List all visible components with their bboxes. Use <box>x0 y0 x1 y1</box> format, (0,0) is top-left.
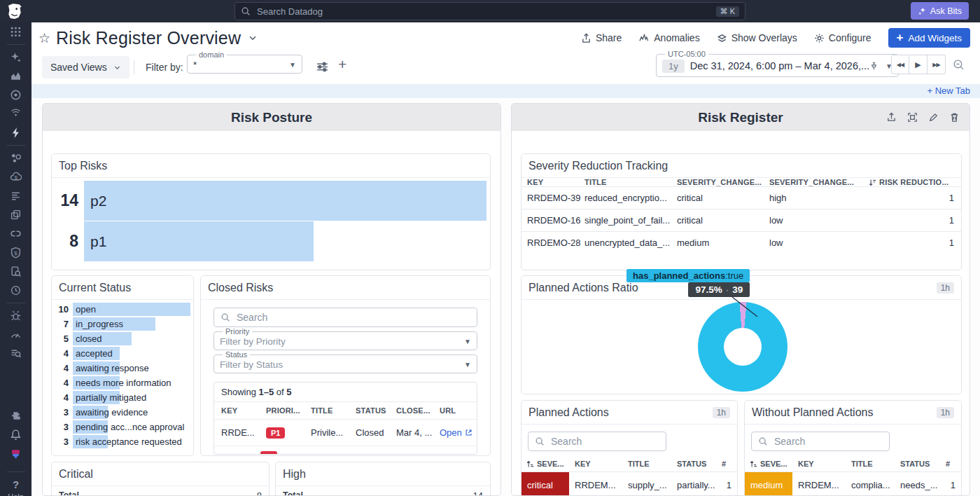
bar-row[interactable]: 4awaiting response <box>52 361 190 376</box>
add-widgets-button[interactable]: + Add Widgets <box>888 28 970 48</box>
show-overlays-button[interactable]: Show Overlays <box>717 32 797 43</box>
bar-row[interactable]: 4accepted <box>52 346 190 361</box>
bar-row[interactable]: 8 p1 <box>52 221 486 261</box>
share-button[interactable]: Share <box>581 32 622 43</box>
edit-pencil-icon[interactable] <box>928 112 939 123</box>
windows-nav-icon[interactable] <box>0 205 31 224</box>
quick-range-chip[interactable]: 1y <box>662 60 685 73</box>
time-forward-button[interactable]: ▶▶ <box>927 55 946 74</box>
widget-title: High <box>276 462 490 486</box>
bar-row[interactable]: 4needs more information <box>52 376 190 390</box>
zoom-out-icon[interactable] <box>953 59 965 71</box>
closed-risks-search-input[interactable] <box>235 311 470 324</box>
table-row-partial <box>214 446 477 454</box>
bar-row[interactable]: 4partially mitigated <box>52 390 190 405</box>
time-range-picker[interactable]: UTC-05:00 1y Dec 31, 2024, 6:00 pm – Mar… <box>656 50 899 77</box>
filter-settings-sliders-icon[interactable] <box>316 60 329 74</box>
table-header-row: KEY TITLE SEVERITY_CHANGE... SEVERITY_CH… <box>522 178 961 186</box>
table-row[interactable]: RRDEMO-28unencrypted_data_...mediumlow1 <box>522 231 961 254</box>
bar-row[interactable]: 10open <box>52 302 190 317</box>
priority-filter-dropdown[interactable]: Priority Filter by Priority▼ <box>214 327 477 350</box>
title-chevron-down-icon[interactable] <box>248 33 258 43</box>
time-back-button[interactable]: ◀◀ <box>891 55 909 74</box>
group-risk-register-header[interactable]: Risk Register <box>512 104 969 131</box>
bar-row[interactable]: 14 p2 <box>52 181 486 221</box>
copy-frame-icon[interactable] <box>907 112 918 123</box>
widget-planned-actions-ratio: Planned Actions Ratio 1h has_planned_act… <box>521 275 962 394</box>
refresh-interval-badge: 1h <box>937 407 954 418</box>
monitors-nav-icon[interactable] <box>0 85 31 104</box>
logs-nav-icon[interactable] <box>0 186 31 205</box>
help-icon[interactable]: ? <box>0 475 31 494</box>
domain-filter-value: * <box>193 60 197 70</box>
bar-row[interactable]: 7in_progress <box>52 317 190 331</box>
filter-bar: Saved Views Filter by: domain *▼ + UTC-0… <box>31 53 980 84</box>
bits-ai-colored-icon[interactable] <box>0 444 31 464</box>
bar-row[interactable]: 3awaiting evidence <box>52 405 190 420</box>
table-row[interactable]: RRDE... P1 Privile... Closed Mar 4, ... … <box>214 419 477 446</box>
total-row: Total 8 <box>52 486 269 496</box>
shield-nav-icon[interactable]: $ <box>0 243 31 262</box>
configure-button[interactable]: Configure <box>814 32 872 43</box>
clock-nav-icon[interactable] <box>0 281 31 300</box>
table-header-row: KEYPRIORI...TITLESTATUSCLOSE...URL <box>214 402 477 419</box>
saved-views-button[interactable]: Saved Views <box>42 56 130 78</box>
planned-actions-search[interactable] <box>528 432 666 451</box>
link-nav-icon[interactable] <box>0 224 31 243</box>
service-map-nav-icon[interactable] <box>0 149 31 167</box>
table-row[interactable]: critical RRDEM...supply_...partially...1 <box>522 471 737 496</box>
apps-grid-icon[interactable] <box>0 22 31 41</box>
bar: p2 <box>84 181 486 221</box>
trash-icon[interactable] <box>949 112 960 123</box>
shortcut-hint: ⌘ K <box>716 6 739 17</box>
bar-row[interactable]: 3pending acc...nce approval <box>52 420 190 434</box>
widget-title: Severity Reduction Tracking <box>522 154 961 178</box>
search-icon <box>535 436 545 446</box>
export-icon[interactable] <box>886 112 897 123</box>
bar-row[interactable]: 3risk acceptance requested <box>52 434 190 449</box>
gauge-nav-icon[interactable] <box>0 325 31 344</box>
integrations-puzzle-icon[interactable] <box>0 406 31 425</box>
external-link-icon <box>465 429 472 436</box>
search-icon <box>220 312 230 322</box>
add-filter-plus-icon[interactable]: + <box>338 56 346 73</box>
bar-row[interactable]: 5closed <box>52 331 190 346</box>
cloud-cost-nav-icon[interactable]: $ <box>0 167 31 186</box>
planned-actions-search-input[interactable] <box>550 435 659 448</box>
sparkle-icon <box>918 6 927 15</box>
open-link[interactable]: Open <box>440 427 472 438</box>
widget-title: Current Status <box>52 276 193 300</box>
domain-filter-dropdown[interactable]: domain *▼ <box>187 50 302 74</box>
table-row[interactable]: medium RRDEM...complia...needs_...1 <box>745 471 961 496</box>
search-lines-nav-icon[interactable] <box>0 344 31 363</box>
lightning-nav-icon[interactable] <box>0 123 31 142</box>
favorite-star-icon[interactable]: ☆ <box>38 30 50 46</box>
table-row[interactable]: RRDEMO-16single_point_of_fail...critical… <box>522 209 961 231</box>
closed-risks-search[interactable] <box>214 308 477 327</box>
bug-nav-icon[interactable] <box>0 306 31 325</box>
new-tab-button[interactable]: + New Tab <box>927 85 970 96</box>
ask-bits-button[interactable]: Ask Bits <box>911 2 969 20</box>
time-play-button[interactable]: ▶ <box>909 55 927 74</box>
global-search-input[interactable] <box>255 6 711 18</box>
donut-chart[interactable] <box>698 302 788 392</box>
without-planned-search-input[interactable] <box>773 435 883 448</box>
closed-risks-table: Showing 1–5 of 5 KEYPRIORI...TITLESTATUS… <box>214 382 477 455</box>
pin-icon[interactable] <box>869 62 878 71</box>
anomalies-button[interactable]: Anomalies <box>638 32 699 43</box>
global-search[interactable]: ⌘ K <box>234 2 746 20</box>
sparkles-nav-icon[interactable] <box>0 48 31 67</box>
metrics-nav-icon[interactable] <box>0 67 31 85</box>
table-row[interactable]: RRDEMO-39reduced_encryptio...criticalhig… <box>522 186 961 209</box>
table-header-row: SEVE... KEYTITLESTATUS# <box>522 457 737 471</box>
doc-search-nav-icon[interactable] <box>0 262 31 281</box>
overlays-icon <box>717 33 727 43</box>
status-filter-dropdown[interactable]: Status Filter by Status▼ <box>214 350 477 373</box>
without-planned-search[interactable] <box>751 432 890 451</box>
nav-divider <box>7 303 25 303</box>
notifications-bell-icon[interactable] <box>0 425 31 444</box>
header-actions: Share Anomalies Show Overlays Configure … <box>581 28 970 48</box>
group-risk-posture-header[interactable]: Risk Posture <box>43 104 500 131</box>
radar-nav-icon[interactable] <box>0 104 31 123</box>
datadog-logo-icon[interactable] <box>6 2 24 20</box>
